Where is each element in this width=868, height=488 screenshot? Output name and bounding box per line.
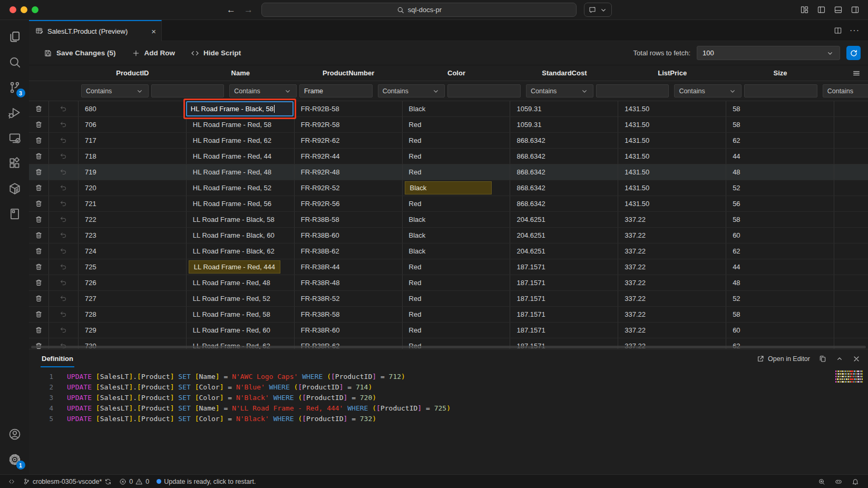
delete-row-button[interactable] <box>29 212 49 227</box>
table-row[interactable]: 724LL Road Frame - Black, 62FR-R38B-62Bl… <box>29 243 868 259</box>
grid-cell[interactable]: LL Road Frame - Black, 62 <box>187 243 295 259</box>
grid-cell[interactable]: Black <box>403 180 511 196</box>
zoom-button[interactable] <box>814 478 829 485</box>
grid-cell[interactable]: 680 <box>79 101 187 116</box>
grid-cell[interactable]: FR-R38B-60 <box>295 228 403 243</box>
grid-cell[interactable]: 706 <box>79 117 187 132</box>
grid-cell[interactable]: 58 <box>726 117 834 132</box>
revert-row-button[interactable] <box>49 243 79 259</box>
grid-cell[interactable]: FR-R38R-60 <box>295 323 403 338</box>
copy-button[interactable] <box>818 355 827 363</box>
remote-indicator[interactable] <box>4 478 19 485</box>
sidebar-item-source-control[interactable]: 3 <box>2 75 27 100</box>
filter-operator-productid[interactable]: Contains <box>81 84 149 97</box>
grid-cell[interactable]: 48 <box>726 164 834 180</box>
grid-cell[interactable]: 44 <box>726 259 834 275</box>
revert-row-button[interactable] <box>49 307 79 322</box>
grid-cell[interactable]: Black <box>403 101 511 116</box>
grid-cell[interactable]: 58 <box>726 307 834 322</box>
branch-indicator[interactable]: croblesm-0305-vscode* <box>19 478 115 485</box>
grid-cell[interactable]: 60 <box>726 228 834 243</box>
grid-cell[interactable]: Red <box>403 323 511 338</box>
table-row[interactable]: 719HL Road Frame - Red, 48FR-R92R-48Red8… <box>29 164 868 180</box>
grid-cell[interactable]: 337.22 <box>618 259 726 275</box>
delete-row-button[interactable] <box>29 117 49 132</box>
refresh-button[interactable] <box>846 46 861 60</box>
grid-cell[interactable]: LL Road Frame - Black, 60 <box>187 228 295 243</box>
grid-cell[interactable]: 187.1571 <box>510 291 618 306</box>
problems-indicator[interactable]: 0 0 <box>115 478 153 485</box>
delete-row-button[interactable] <box>29 180 49 196</box>
filter-input-productnumber[interactable] <box>447 84 521 97</box>
grid-cell[interactable]: FR-R92R-62 <box>295 133 403 148</box>
toggle-panel-button[interactable] <box>834 5 843 14</box>
maximize-window-button[interactable] <box>32 6 38 13</box>
grid-cell[interactable]: 52 <box>726 291 834 306</box>
grid-cell[interactable]: FR-R92R-56 <box>295 196 403 211</box>
grid-cell[interactable]: LL Road Frame - Black, 58 <box>187 212 295 227</box>
close-tab-button[interactable]: × <box>151 27 156 36</box>
update-ready-message[interactable]: Update is ready, click to restart. <box>153 478 259 485</box>
tab-definition[interactable]: Definition <box>41 350 74 367</box>
grid-cell[interactable]: 727 <box>79 291 187 306</box>
cell-editor-input[interactable]: HL Road Frame - Black, 58 <box>186 101 294 116</box>
grid-cell[interactable]: 718 <box>79 149 187 164</box>
grid-cell[interactable]: 1431.50 <box>618 180 726 196</box>
grid-cell[interactable]: 62 <box>726 243 834 259</box>
back-button[interactable]: ← <box>227 5 236 15</box>
search-input[interactable]: sql-docs-pr <box>261 3 577 17</box>
table-row[interactable]: 721HL Road Frame - Red, 56FR-R92R-56Red8… <box>29 196 868 212</box>
grid-cell[interactable]: 725 <box>79 259 187 275</box>
table-row[interactable]: 728LL Road Frame - Red, 58FR-R38R-58Red1… <box>29 307 868 323</box>
table-row[interactable]: 720HL Road Frame - Red, 52FR-R92R-52Blac… <box>29 180 868 196</box>
delete-row-button[interactable] <box>29 307 49 322</box>
grid-cell[interactable]: 204.6251 <box>510 243 618 259</box>
grid-cell[interactable]: 724 <box>79 243 187 259</box>
grid-cell[interactable]: Red <box>403 196 511 211</box>
revert-row-button[interactable] <box>49 323 79 338</box>
add-row-button[interactable]: Add Row <box>132 49 175 57</box>
grid-cell[interactable]: HL Road Frame - Red, 52 <box>187 180 295 196</box>
column-header-name[interactable]: Name <box>187 65 295 81</box>
grid-cell[interactable]: 721 <box>79 196 187 211</box>
revert-row-button[interactable] <box>49 275 79 290</box>
delete-row-button[interactable] <box>29 196 49 211</box>
tab-salesltproduct[interactable]: SalesLT.Product (Preview) × <box>29 20 162 41</box>
filter-operator-name[interactable]: Contains <box>229 84 297 97</box>
grid-cell[interactable]: Red <box>403 275 511 290</box>
grid-cell[interactable]: FR-R38R-48 <box>295 275 403 290</box>
horizontal-scrollbar[interactable] <box>31 346 866 348</box>
notifications-button[interactable] <box>848 478 863 485</box>
grid-cell[interactable]: 717 <box>79 133 187 148</box>
column-menu-icon[interactable] <box>852 69 861 77</box>
grid-cell[interactable]: FR-R92R-48 <box>295 164 403 180</box>
delete-row-button[interactable] <box>29 275 49 290</box>
revert-row-button[interactable] <box>49 164 79 180</box>
filter-operator-listprice[interactable]: Contains <box>823 84 868 97</box>
grid-cell[interactable]: 52 <box>726 180 834 196</box>
revert-row-button[interactable] <box>49 259 79 275</box>
grid-cell[interactable]: 58 <box>726 212 834 227</box>
grid-cell[interactable]: 58 <box>726 101 834 116</box>
sidebar-item-search[interactable] <box>2 50 27 75</box>
grid-cell[interactable]: Red <box>403 307 511 322</box>
delete-row-button[interactable] <box>29 323 49 338</box>
filter-operator-color[interactable]: Contains <box>526 84 593 97</box>
grid-cell[interactable]: 726 <box>79 275 187 290</box>
split-editor-button[interactable] <box>834 26 842 35</box>
grid-cell[interactable]: 62 <box>726 133 834 148</box>
delete-row-button[interactable] <box>29 228 49 243</box>
settings-button[interactable]: 1 <box>2 447 27 472</box>
grid-cell[interactable]: 1431.50 <box>618 164 726 180</box>
grid-cell[interactable]: LL Road Frame - Red, 58 <box>187 307 295 322</box>
grid-cell-editing[interactable]: HL Road Frame - Black, 58 <box>187 101 295 116</box>
table-row[interactable]: 729LL Road Frame - Red, 60FR-R38R-60Red1… <box>29 323 868 338</box>
grid-cell[interactable]: LL Road Frame - Red, 444 <box>187 259 295 275</box>
table-row[interactable]: 723LL Road Frame - Black, 60FR-R38B-60Bl… <box>29 228 868 243</box>
chat-button[interactable] <box>584 3 612 17</box>
column-header-color[interactable]: Color <box>403 65 511 81</box>
grid-cell[interactable]: 1059.31 <box>510 101 618 116</box>
revert-row-button[interactable] <box>49 133 79 148</box>
grid-cell[interactable]: 720 <box>79 180 187 196</box>
grid-cell[interactable]: Black <box>403 228 511 243</box>
